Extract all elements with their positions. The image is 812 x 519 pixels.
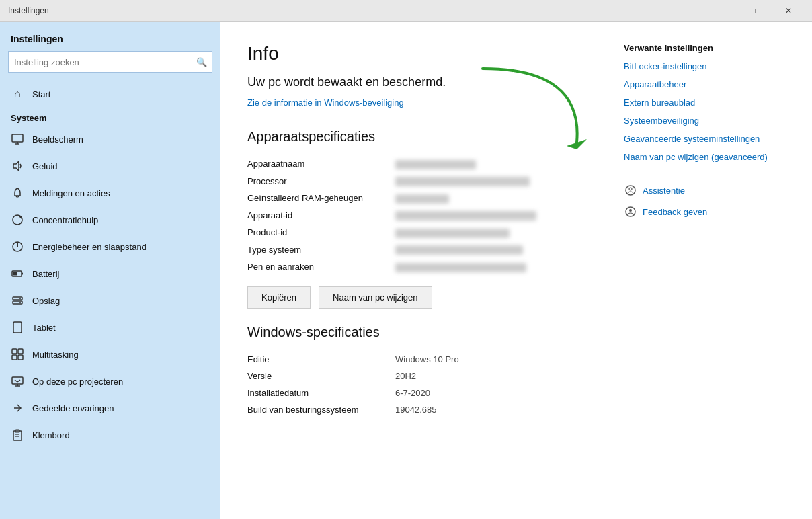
svg-rect-18 [18, 349, 23, 354]
svg-rect-21 [12, 377, 23, 384]
svg-rect-15 [13, 322, 22, 333]
win-spec-installatiedatum: Installatiedatum 6-7-2020 [247, 385, 597, 401]
blurred-value [395, 211, 536, 221]
win-spec-versie: Versie 20H2 [247, 368, 597, 385]
sidebar-item-label: Concentratiehulp [32, 215, 98, 225]
geavanceerde-link[interactable]: Geavanceerde systeeminstellingen [624, 134, 799, 144]
spec-row-product-id: Product-id [247, 224, 597, 241]
sidebar-item-start[interactable]: ⌂ Start [0, 81, 220, 108]
related-divider [624, 170, 799, 184]
search-input[interactable] [8, 51, 212, 73]
sidebar-item-label: Klembord [32, 430, 70, 440]
start-icon: ⌂ [11, 87, 24, 101]
svg-point-13 [19, 298, 21, 299]
sidebar-section-systeem: Systeem [0, 108, 220, 126]
sound-icon [11, 159, 24, 173]
sidebar-item-beeldscherm[interactable]: Beeldscherm [0, 126, 220, 153]
blurred-value [395, 229, 510, 238]
spec-label: Build van besturingssysteem [247, 401, 395, 418]
sidebar-item-geluid[interactable]: Geluid [0, 153, 220, 179]
feedback-link[interactable]: Feedback geven [643, 207, 707, 217]
sidebar-item-label: Multitasking [32, 350, 79, 360]
bitlocker-link[interactable]: BitLocker-instellingen [624, 61, 799, 71]
windows-specs-title: Windows-specificaties [247, 325, 597, 340]
action-buttons: Kopiëren Naam van pc wijzigen [247, 286, 597, 309]
svg-point-35 [629, 209, 632, 212]
blurred-value [395, 177, 530, 186]
spec-value [395, 207, 597, 225]
spec-row-processor: Processor [247, 173, 597, 190]
copy-button[interactable]: Kopiëren [247, 286, 311, 309]
share-icon [11, 401, 24, 415]
app-title: Instellingen [8, 6, 711, 15]
related-title: Verwante instellingen [624, 43, 799, 53]
svg-marker-3 [13, 161, 19, 171]
extern-bureaublad-link[interactable]: Extern bureaublad [624, 97, 799, 108]
blurred-value [395, 263, 526, 272]
sidebar-item-concentratiehulp[interactable]: Concentratiehulp [0, 206, 220, 233]
sidebar-item-klembord[interactable]: Klembord [0, 422, 220, 448]
svg-rect-10 [13, 272, 17, 276]
spec-label: Type systeem [247, 241, 395, 259]
win-spec-build: Build van besturingssysteem 19042.685 [247, 401, 597, 418]
sidebar-item-meldingen[interactable]: Meldingen en acties [0, 179, 220, 206]
sidebar-item-label: Beeldscherm [32, 134, 83, 145]
windows-security-link[interactable]: Zie de informatie in Windows-beveiliging [247, 97, 404, 108]
svg-rect-0 [12, 134, 23, 142]
sidebar-item-label: Energiebeheer en slaapstand [32, 242, 147, 252]
spec-label: Geïnstalleerd RAM-geheugen [247, 190, 395, 207]
spec-row-type-systeem: Type systeem [247, 241, 597, 259]
sidebar-item-energiebeheer[interactable]: Energiebeheer en slaapstand [0, 233, 220, 260]
sidebar-search-container: 🔍 [8, 51, 212, 73]
apparaatbeheer-link[interactable]: Apparaatbeheer [624, 79, 799, 89]
svg-rect-9 [22, 273, 23, 275]
sidebar-item-label: Batterij [32, 269, 59, 279]
search-icon: 🔍 [196, 57, 207, 67]
spec-value: Windows 10 Pro [395, 351, 597, 368]
sidebar-item-projecteren[interactable]: Op deze pc projecteren [0, 368, 220, 395]
window-controls: — □ ✕ [711, 0, 804, 22]
blurred-value [395, 245, 523, 255]
sidebar-item-opslag[interactable]: Opslag [0, 287, 220, 314]
spec-value [395, 155, 597, 173]
spec-label: Apparaatnaam [247, 155, 395, 173]
spec-value: 20H2 [395, 368, 597, 385]
maximize-button[interactable]: □ [742, 0, 773, 22]
rename-pc-button[interactable]: Naam van pc wijzigen [319, 286, 432, 309]
main-panel: Info Uw pc wordt bewaakt en beschermd. Z… [220, 22, 624, 519]
svg-line-25 [17, 380, 20, 382]
sidebar-item-tablet[interactable]: Tablet [0, 314, 220, 341]
spec-value [395, 224, 597, 241]
win-spec-editie: Editie Windows 10 Pro [247, 351, 597, 368]
spec-label: Apparaat-id [247, 207, 395, 225]
spec-row-pen: Pen en aanraken [247, 258, 597, 276]
spec-value [395, 190, 597, 207]
spec-label: Product-id [247, 224, 395, 241]
sidebar-item-multitasking[interactable]: Multitasking [0, 341, 220, 368]
display-icon [11, 132, 24, 146]
sidebar-item-gedeeld[interactable]: Gedeelde ervaringen [0, 395, 220, 422]
pc-status: Uw pc wordt bewaakt en beschermd. [247, 75, 597, 89]
feedback-icon [624, 205, 637, 218]
sidebar-item-label: Start [32, 89, 50, 99]
spec-label: Editie [247, 351, 395, 368]
spec-value [395, 173, 597, 190]
sidebar-item-label: Meldingen en acties [32, 188, 110, 198]
clipboard-icon [11, 428, 24, 442]
assistentie-action: Assistentie [624, 184, 799, 197]
minimize-button[interactable]: — [711, 0, 742, 22]
sidebar-item-batterij[interactable]: Batterij [0, 260, 220, 287]
sidebar-item-label: Opslag [32, 296, 60, 306]
storage-icon [11, 294, 24, 307]
systeembeveiliging-link[interactable]: Systeembeveiliging [624, 116, 799, 126]
naam-pc-link[interactable]: Naam van pc wijzigen (geavanceerd) [624, 152, 799, 162]
assistentie-link[interactable]: Assistentie [643, 186, 685, 196]
power-icon [11, 240, 24, 253]
windows-specs-table: Editie Windows 10 Pro Versie 20H2 Instal… [247, 351, 597, 418]
titlebar: Instellingen — □ ✕ [0, 0, 812, 22]
spec-label: Processor [247, 173, 395, 190]
page-title: Info [247, 43, 597, 65]
svg-line-24 [15, 380, 17, 382]
spec-row-apparaatnaam: Apparaatnaam [247, 155, 597, 173]
close-button[interactable]: ✕ [773, 0, 804, 22]
